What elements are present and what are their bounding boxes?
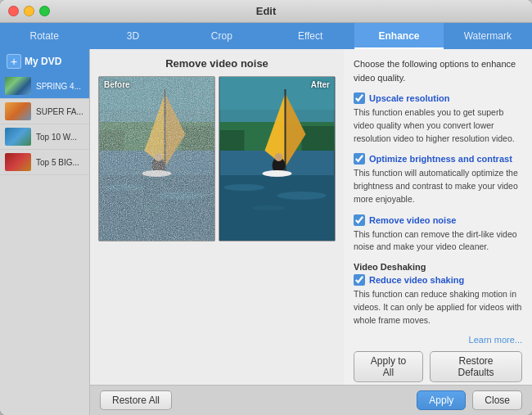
window-controls [8,6,50,16]
tab-crop[interactable]: Crop [178,23,266,49]
option-group-deshake: Reduce video shaking This function can r… [354,274,522,327]
item-label-top5: Top 5 BIG... [36,158,84,167]
svg-point-22 [253,205,286,210]
deshake-desc: This function can reduce shaking motion … [354,288,522,327]
noise-label[interactable]: Remove video noise [369,215,456,225]
main-window: Edit Rotate 3D Crop Effect Enhance Water… [0,0,532,415]
svg-point-32 [275,153,283,161]
after-image [219,77,335,241]
option-row-deshake: Reduce video shaking [354,274,522,286]
thumb-spring [5,77,31,95]
restore-defaults-button[interactable]: Restore Defaults [430,351,522,382]
preview-title: Remove video noise [165,57,268,70]
apply-button[interactable]: Apply [417,390,466,410]
sidebar-header: + My DVD [0,49,89,74]
add-button[interactable]: + [7,54,21,69]
learn-more-link[interactable]: Learn more... [354,335,522,345]
tab-watermark[interactable]: Watermark [444,23,532,49]
upscale-checkbox[interactable] [354,92,365,104]
noise-checkbox[interactable] [354,214,365,226]
after-label: After [311,80,330,89]
before-image [99,77,214,241]
sidebar: + My DVD SPRING 4... SUPER FA... Top 10 … [0,49,90,415]
svg-rect-26 [220,130,245,151]
sidebar-item-top10[interactable]: Top 10 W... [0,124,89,150]
svg-point-20 [224,184,265,191]
thumb-top10 [5,128,31,146]
deshake-label[interactable]: Reduce video shaking [369,275,464,285]
maximize-button[interactable] [39,6,50,16]
minimize-button[interactable] [24,6,34,16]
before-label: Before [104,80,130,89]
option-group-noise: Remove video noise This function can rem… [354,214,522,255]
deshake-checkbox[interactable] [354,274,365,286]
tab-bar: Rotate 3D Crop Effect Enhance Watermark [0,23,532,49]
thumb-super [5,102,31,120]
options-intro: Choose the following options to enhance … [354,57,522,84]
upscale-label[interactable]: Upscale resolution [369,93,449,103]
preview-images: Before [98,76,336,241]
item-label-top10: Top 10 W... [36,133,84,142]
noise-desc: This function can remove the dirt-like v… [354,228,522,255]
before-preview: Before [98,76,215,241]
item-label-spring: SPRING 4... [36,82,84,91]
tab-effect[interactable]: Effect [266,23,354,49]
bottom-left: Restore All [100,390,172,410]
item-label-super: SUPER FA... [36,107,84,116]
option-row-noise: Remove video noise [354,214,522,226]
window-title: Edit [256,5,277,17]
thumb-top5 [5,153,31,171]
content-area: Remove video noise [90,49,532,415]
tab-rotate[interactable]: Rotate [0,23,88,49]
brightness-label[interactable]: Optimize brightness and contrast [369,154,512,164]
sidebar-item-top5[interactable]: Top 5 BIG... [0,150,89,175]
sidebar-item-spring[interactable]: SPRING 4... [0,74,89,99]
tab-3d[interactable]: 3D [88,23,177,49]
after-preview: After [219,76,336,241]
options-panel: Choose the following options to enhance … [344,49,532,385]
option-group-brightness: Optimize brightness and contrast This fu… [354,153,522,205]
brightness-desc: This function will automatically optimiz… [354,167,522,205]
option-row-upscale: Upscale resolution [354,92,522,104]
svg-point-21 [277,192,327,200]
svg-rect-17 [100,77,214,241]
apply-to-all-button[interactable]: Apply to All [354,351,423,382]
bottom-right: Apply Close [417,390,522,410]
sidebar-item-super[interactable]: SUPER FA... [0,99,89,124]
video-preview: Remove video noise [90,49,344,385]
upscale-desc: This function enables you to get superb … [354,106,522,145]
title-bar: Edit [0,0,532,23]
enhance-area: Remove video noise [90,49,532,385]
close-window-button[interactable] [8,6,19,16]
option-group-upscale: Upscale resolution This function enables… [354,92,522,145]
bottom-bar: Restore All Apply Close [90,385,532,415]
option-row-brightness: Optimize brightness and contrast [354,153,522,165]
svg-rect-27 [302,126,335,151]
sidebar-title: My DVD [25,56,61,67]
tab-enhance[interactable]: Enhance [354,23,443,49]
restore-all-button[interactable]: Restore All [100,390,172,410]
close-button[interactable]: Close [472,390,522,410]
svg-point-33 [263,170,292,177]
main-content: + My DVD SPRING 4... SUPER FA... Top 10 … [0,49,532,415]
section-deshaking: Video Deshaking [354,262,522,272]
brightness-checkbox[interactable] [354,153,365,165]
